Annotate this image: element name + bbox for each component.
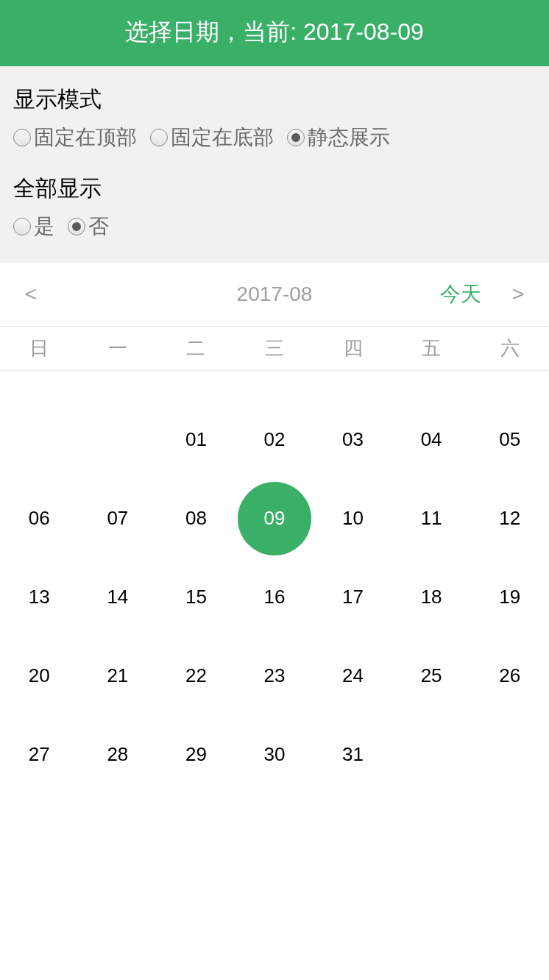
day-number: 22 <box>159 639 233 713</box>
radio-icon <box>13 129 31 146</box>
day-cell[interactable]: 28 <box>79 715 157 794</box>
show-all-option-0[interactable]: 是 <box>13 213 54 241</box>
day-cell[interactable]: 06 <box>0 479 79 558</box>
day-cell[interactable]: 25 <box>392 636 471 715</box>
day-number: 23 <box>238 639 311 713</box>
day-cell[interactable]: 21 <box>79 636 157 715</box>
show-all-group: 全部显示 是否 <box>13 174 536 241</box>
day-cell[interactable]: 20 <box>0 636 79 715</box>
display-mode-group: 显示模式 固定在顶部固定在底部静态展示 <box>13 85 536 152</box>
display-mode-option-0[interactable]: 固定在顶部 <box>13 124 137 152</box>
next-month-button[interactable]: > <box>503 283 533 306</box>
show-all-option-1[interactable]: 否 <box>68 213 109 241</box>
day-number: 29 <box>159 718 233 792</box>
day-number: 14 <box>81 561 155 634</box>
day-cell[interactable]: 14 <box>79 558 157 636</box>
day-number: 13 <box>2 561 76 634</box>
day-cell[interactable]: 15 <box>157 558 235 636</box>
calendar-days-grid: 0102030405060708091011121314151617181920… <box>0 371 549 794</box>
radio-label: 是 <box>34 213 54 241</box>
day-cell[interactable]: 26 <box>470 636 549 715</box>
day-number: 09 <box>238 482 311 555</box>
day-number: 24 <box>316 639 390 713</box>
day-cell[interactable]: 31 <box>314 715 392 794</box>
day-number: 28 <box>81 718 155 792</box>
today-button[interactable]: 今天 <box>440 280 481 308</box>
weekday-label: 六 <box>470 335 549 361</box>
day-number: 26 <box>473 639 547 713</box>
day-number: 01 <box>159 403 233 477</box>
display-mode-radios: 固定在顶部固定在底部静态展示 <box>13 124 536 152</box>
day-cell[interactable]: 09 <box>235 479 314 558</box>
radio-label: 否 <box>88 213 109 241</box>
day-cell[interactable]: 24 <box>314 636 392 715</box>
day-number: 18 <box>394 561 468 634</box>
empty-day-cell <box>0 400 79 479</box>
day-cell[interactable]: 30 <box>235 715 314 794</box>
day-cell[interactable]: 22 <box>157 636 235 715</box>
display-mode-option-1[interactable]: 固定在底部 <box>150 124 274 152</box>
day-cell[interactable]: 16 <box>235 558 314 636</box>
day-cell[interactable]: 07 <box>79 479 157 558</box>
current-month-label: 2017-08 <box>237 283 313 306</box>
day-cell[interactable]: 12 <box>470 479 549 558</box>
day-number: 06 <box>2 482 76 555</box>
day-cell[interactable]: 10 <box>314 479 392 558</box>
day-number: 02 <box>238 403 311 477</box>
weekday-label: 一 <box>79 335 157 361</box>
day-cell[interactable]: 02 <box>235 400 314 479</box>
day-number: 07 <box>81 482 155 555</box>
header-title: 选择日期，当前: 2017-08-09 <box>125 18 423 45</box>
radio-icon <box>287 129 305 146</box>
weekday-label: 三 <box>235 335 314 361</box>
day-cell[interactable]: 17 <box>314 558 392 636</box>
day-number: 12 <box>473 482 547 555</box>
day-number: 17 <box>316 561 390 634</box>
radio-label: 固定在顶部 <box>34 124 137 152</box>
day-number: 20 <box>2 639 76 713</box>
radio-label: 静态展示 <box>308 124 390 152</box>
show-all-title: 全部显示 <box>13 174 536 204</box>
day-number: 11 <box>394 482 468 555</box>
empty-day-cell <box>79 400 157 479</box>
day-number: 04 <box>394 403 468 477</box>
day-cell[interactable]: 04 <box>392 400 471 479</box>
day-cell[interactable]: 27 <box>0 715 79 794</box>
day-number: 31 <box>316 718 390 792</box>
day-cell[interactable]: 13 <box>0 558 79 636</box>
day-cell[interactable]: 11 <box>392 479 471 558</box>
day-number: 05 <box>473 403 547 477</box>
day-cell[interactable]: 01 <box>157 400 235 479</box>
show-all-radios: 是否 <box>13 213 536 241</box>
day-number: 19 <box>473 561 547 634</box>
weekday-label: 日 <box>0 335 79 361</box>
options-panel: 显示模式 固定在顶部固定在底部静态展示 全部显示 是否 <box>0 66 549 263</box>
day-cell[interactable]: 05 <box>470 400 549 479</box>
day-number: 30 <box>238 718 311 792</box>
prev-month-button[interactable]: < <box>16 283 46 306</box>
radio-icon <box>68 218 85 235</box>
weekday-label: 五 <box>392 335 471 361</box>
day-number: 08 <box>159 482 233 555</box>
day-number: 21 <box>81 639 155 713</box>
day-cell[interactable]: 03 <box>314 400 392 479</box>
page-header: 选择日期，当前: 2017-08-09 <box>0 0 549 66</box>
weekday-label: 二 <box>157 335 235 361</box>
day-number: 15 <box>159 561 233 634</box>
display-mode-title: 显示模式 <box>13 85 536 115</box>
day-number: 25 <box>394 639 468 713</box>
day-cell[interactable]: 08 <box>157 479 235 558</box>
radio-label: 固定在底部 <box>171 124 274 152</box>
day-cell[interactable]: 29 <box>157 715 235 794</box>
radio-icon <box>150 129 168 146</box>
day-number: 10 <box>316 482 390 555</box>
day-number: 03 <box>316 403 390 477</box>
day-cell[interactable]: 19 <box>470 558 549 636</box>
day-number: 27 <box>2 718 76 792</box>
radio-icon <box>13 218 31 235</box>
day-cell[interactable]: 23 <box>235 636 314 715</box>
day-cell[interactable]: 18 <box>392 558 471 636</box>
day-number: 16 <box>238 561 311 634</box>
weekday-header: 日一二三四五六 <box>0 326 549 371</box>
display-mode-option-2[interactable]: 静态展示 <box>287 124 390 152</box>
